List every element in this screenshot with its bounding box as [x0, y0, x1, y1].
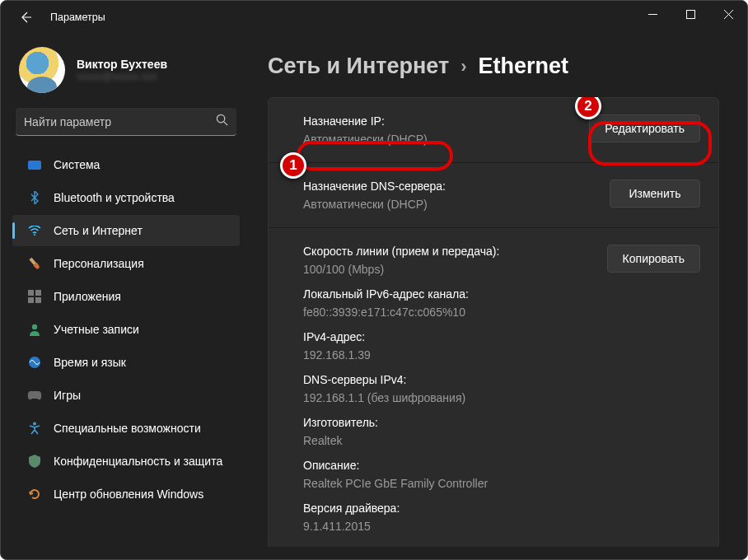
breadcrumb-parent[interactable]: Сеть и Интернет — [268, 54, 449, 79]
maximize-button[interactable] — [671, 1, 709, 27]
sidebar-item-accessibility[interactable]: Специальные возможности — [12, 413, 240, 444]
detail-label: Скорость линии (прием и передача): — [303, 245, 577, 258]
nav-list: Система Bluetooth и устройства Сеть и Ин… — [7, 144, 245, 510]
sidebar-item-label: Конфиденциальность и защита — [54, 455, 222, 468]
sidebar-item-label: Bluetooth и устройства — [54, 191, 175, 204]
svg-rect-5 — [35, 290, 41, 296]
app-title: Параметры — [50, 12, 105, 23]
sidebar-item-label: Центр обновления Windows — [54, 488, 203, 501]
copy-button[interactable]: Копировать — [607, 245, 700, 273]
sidebar-item-label: Система — [54, 158, 100, 171]
detail-value: 100/100 (Mbps) — [303, 263, 577, 276]
svg-rect-7 — [35, 297, 41, 303]
wifi-icon — [27, 223, 42, 238]
detail-label: DNS-серверы IPv4: — [303, 373, 577, 386]
detail-value: Realtek — [303, 434, 577, 447]
sidebar: Виктор Бухтеев xxxxx@xxxxx.xxx Система — [1, 34, 248, 559]
detail-label: Изготовитель: — [303, 416, 577, 429]
detail-label: IPv4-адрес: — [303, 330, 577, 343]
breadcrumb-current: Ethernet — [479, 54, 569, 79]
brush-icon — [27, 256, 42, 271]
bluetooth-icon — [27, 190, 42, 205]
person-icon — [27, 322, 42, 337]
breadcrumb: Сеть и Интернет › Ethernet — [268, 54, 747, 79]
sidebar-item-personalization[interactable]: Персонализация — [12, 248, 240, 279]
profile-email: xxxxx@xxxxx.xxx — [77, 71, 167, 82]
detail-value: 192.168.1.39 — [303, 348, 577, 362]
sidebar-item-privacy[interactable]: Конфиденциальность и защита — [12, 446, 240, 477]
edit-ip-button[interactable]: Редактировать — [589, 114, 700, 142]
settings-panel: Назначение IP: Автоматически (DHCP) Реда… — [268, 97, 719, 547]
dns-label: Назначение DNS-сервера: — [303, 180, 577, 193]
update-icon — [27, 487, 42, 502]
ip-value: Автоматически (DHCP) — [303, 133, 577, 146]
svg-point-10 — [33, 422, 36, 426]
titlebar: Параметры — [1, 1, 747, 34]
sidebar-item-accounts[interactable]: Учетные записи — [12, 314, 240, 345]
sidebar-item-time[interactable]: Время и язык — [12, 347, 240, 378]
dns-value: Автоматически (DHCP) — [303, 198, 577, 211]
search-input[interactable] — [24, 115, 216, 128]
sidebar-item-apps[interactable]: Приложения — [12, 281, 240, 312]
sidebar-item-label: Время и язык — [54, 356, 126, 369]
detail-label: Описание: — [303, 459, 577, 472]
svg-rect-0 — [686, 10, 694, 18]
search-field[interactable] — [16, 108, 236, 136]
ip-label: Назначение IP: — [303, 114, 577, 128]
sidebar-item-label: Специальные возможности — [54, 422, 201, 435]
svg-point-1 — [217, 114, 224, 122]
svg-rect-6 — [28, 297, 34, 303]
main-content: Сеть и Интернет › Ethernet Назначение IP… — [248, 34, 747, 559]
svg-point-2 — [34, 234, 35, 236]
section-ip: Назначение IP: Автоматически (DHCP) Реда… — [269, 98, 718, 163]
sidebar-item-network[interactable]: Сеть и Интернет — [12, 215, 240, 246]
close-button[interactable] — [709, 1, 747, 27]
sidebar-item-label: Сеть и Интернет — [54, 224, 143, 237]
section-details: Скорость линии (прием и передача):100/10… — [269, 228, 718, 547]
detail-label: Локальный IPv6-адрес канала: — [303, 287, 577, 301]
svg-point-8 — [32, 324, 37, 329]
sidebar-item-label: Персонализация — [54, 257, 144, 270]
accessibility-icon — [27, 421, 42, 436]
minimize-button[interactable] — [633, 1, 671, 27]
sidebar-item-gaming[interactable]: Игры — [12, 380, 240, 411]
settings-window: Параметры Виктор Бухтеев xxxxx@xxxxx.xxx — [0, 0, 748, 560]
profile-name: Виктор Бухтеев — [77, 58, 167, 71]
shield-icon — [27, 454, 42, 469]
section-dns: Назначение DNS-сервера: Автоматически (D… — [269, 163, 718, 228]
sidebar-item-label: Игры — [54, 389, 81, 402]
detail-value: 192.168.1.1 (без шифрования) — [303, 391, 577, 404]
svg-rect-4 — [28, 290, 34, 296]
back-button[interactable] — [16, 7, 35, 27]
system-icon — [27, 157, 42, 172]
games-icon — [27, 388, 42, 403]
profile-block[interactable]: Виктор Бухтеев xxxxx@xxxxx.xxx — [7, 40, 245, 105]
apps-icon — [27, 289, 42, 304]
detail-value: 9.1.411.2015 — [303, 520, 577, 533]
sidebar-item-update[interactable]: Центр обновления Windows — [12, 478, 240, 510]
sidebar-item-label: Учетные записи — [54, 323, 139, 336]
sidebar-item-label: Приложения — [54, 290, 121, 303]
search-icon — [216, 114, 228, 129]
avatar — [19, 47, 65, 93]
edit-dns-button[interactable]: Изменить — [610, 180, 700, 208]
detail-label: Версия драйвера: — [303, 502, 577, 515]
detail-value: fe80::3939:e171:c47c:c065%10 — [303, 306, 577, 319]
chevron-right-icon: › — [460, 56, 466, 77]
sidebar-item-system[interactable]: Система — [12, 149, 240, 180]
sidebar-item-bluetooth[interactable]: Bluetooth и устройства — [12, 182, 240, 213]
detail-value: Realtek PCIe GbE Family Controller — [303, 477, 577, 490]
time-icon — [27, 355, 42, 370]
